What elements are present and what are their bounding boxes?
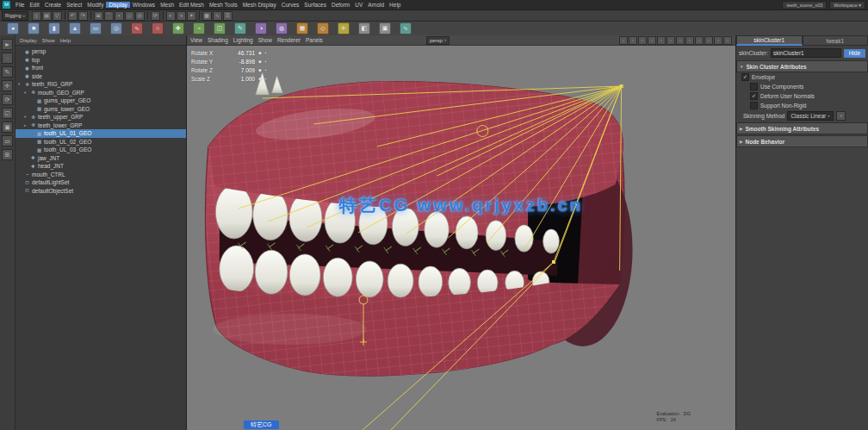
outliner-item-persp[interactable]: ◉persp [16, 47, 186, 56]
outliner-item-teeth-rig-grp[interactable]: ▾✜teeth_RIG_GRP [16, 80, 186, 89]
outliner-icon[interactable]: ☰ [223, 11, 232, 21]
menu-mesh-display[interactable]: Mesh Display [240, 2, 279, 8]
menu-surfaces[interactable]: Surfaces [301, 2, 329, 8]
undo-icon[interactable]: ↶ [68, 11, 78, 21]
bookmarks-icon[interactable]: ▫ [648, 36, 656, 45]
node-name-field[interactable]: skinCluster1 [771, 48, 841, 58]
vp-menu-renderer[interactable]: Renderer [277, 37, 301, 43]
hud-channel-value[interactable]: 46.731 [229, 50, 255, 56]
vp-menu-view[interactable]: View [190, 37, 202, 43]
menu-file[interactable]: File [13, 2, 27, 8]
menu-edit[interactable]: Edit [27, 2, 41, 8]
rig-mid-locator[interactable] [552, 260, 555, 264]
outliner-item-head-jnt[interactable]: ✚head_JNT [16, 162, 186, 171]
menu-mesh-tools[interactable]: Mesh Tools [207, 2, 240, 8]
save-scene-icon[interactable]: ▽ [53, 11, 62, 21]
mute-icon[interactable]: ▪ [265, 59, 267, 64]
expand-arrow-icon[interactable]: ▾ [24, 115, 28, 119]
support-non-rigid-checkbox[interactable] [750, 102, 758, 109]
new-scene-icon[interactable]: ▯ [32, 11, 41, 21]
last-tool-icon[interactable]: ▣ [2, 122, 13, 133]
outliner-item-tooth-ul-01-geo[interactable]: ▦tooth_UL_01_GEO [16, 129, 186, 138]
lighting-icon[interactable]: ▫ [714, 36, 722, 45]
make-live-icon[interactable]: ◎ [135, 11, 145, 21]
outliner-item-teeth-lower-grp[interactable]: ▸✜teeth_lower_GRP [16, 122, 186, 130]
outliner-item-front[interactable]: ◉front [16, 64, 186, 72]
app-icon[interactable]: M [3, 1, 10, 9]
rig-root-locator[interactable] [620, 84, 623, 88]
menu-curves[interactable]: Curves [279, 2, 302, 8]
rotate-tool-icon[interactable]: ⟳ [2, 94, 13, 105]
mute-icon[interactable]: ▪ [265, 50, 267, 55]
keyframe-icon[interactable]: ◆ [258, 67, 262, 72]
menu-help[interactable]: Help [387, 2, 403, 8]
outliner-menu-help[interactable]: Help [60, 38, 71, 43]
hide-button[interactable]: Hide [844, 49, 865, 58]
menu-deform[interactable]: Deform [329, 2, 352, 8]
expand-arrow-icon[interactable]: ▸ [24, 123, 28, 128]
workspace-selector[interactable]: Workspace ▾ [829, 1, 865, 9]
image-plane-icon[interactable]: ▫ [657, 36, 666, 45]
keyframe-icon[interactable]: ◆ [258, 59, 262, 64]
layout-four-pane-icon[interactable]: ⊞ [2, 149, 13, 160]
outliner-item-teeth-upper-grp[interactable]: ▾✜teeth_upper_GRP [16, 113, 186, 122]
outliner-menu-show[interactable]: Show [42, 38, 55, 43]
menu-modify[interactable]: Modify [84, 2, 106, 8]
section-smooth-skinning-attributes[interactable]: ▶Smooth Skinning Attributes [736, 122, 868, 134]
outliner-item-jaw-jnt[interactable]: ✚jaw_JNT [16, 154, 186, 163]
outliner-item-tooth-ul-02-geo[interactable]: ▦tooth_UL_02_GEO [16, 138, 186, 146]
section-skin-cluster-attributes[interactable]: ▼Skin Cluster Attributes [736, 60, 868, 72]
menu-create[interactable]: Create [42, 2, 65, 8]
tab-tweak1[interactable]: tweak1 [803, 35, 868, 46]
textured-icon[interactable]: ▫ [704, 36, 713, 45]
vp-menu-panels[interactable]: Panels [306, 37, 323, 43]
snap-point-icon[interactable]: • [115, 11, 124, 21]
mute-icon[interactable]: ▪ [265, 67, 267, 72]
section-node-behavior[interactable]: ▶Node Behavior [736, 135, 868, 147]
xray-icon[interactable]: ▫ [685, 36, 694, 45]
render-icon[interactable]: ◐ [166, 11, 176, 21]
vp-menu-show[interactable]: Show [258, 37, 272, 43]
outliner-item-defaultobjectset[interactable]: ∅defaultObjectSet [16, 187, 186, 196]
outliner-item-gums-upper-geo[interactable]: ▦gums_upper_GEO [16, 97, 186, 105]
camera-attributes-icon[interactable]: ▫ [638, 36, 647, 45]
outliner-item-top[interactable]: ◉top [16, 56, 186, 65]
move-tool-icon[interactable]: ✛ [2, 80, 13, 91]
scene-view[interactable] [187, 45, 735, 430]
tab-skincluster1[interactable]: skinCluster1 [736, 35, 803, 46]
paint-select-tool-icon[interactable]: ✎ [2, 66, 13, 78]
vp-menu-shading[interactable]: Shading [208, 37, 228, 43]
menu-mesh[interactable]: Mesh [158, 2, 177, 8]
outliner-menu-display[interactable]: Display [20, 38, 37, 43]
select-tool-icon[interactable]: ► [2, 39, 13, 50]
wireframe-shaded-icon[interactable]: ▫ [695, 36, 704, 45]
deform-user-normals-checkbox[interactable]: ✓ [750, 92, 758, 100]
snap-grid-icon[interactable]: ⊞ [94, 11, 103, 21]
mute-icon[interactable]: ▪ [265, 76, 267, 81]
use-components-checkbox[interactable] [750, 83, 758, 90]
keyframe-icon[interactable]: ◆ [258, 50, 262, 55]
hud-channel-value[interactable]: -8.898 [229, 59, 255, 65]
skinning-method-select[interactable]: Classic Linear▾ [787, 111, 834, 121]
outliner-item-mouth-ctrl[interactable]: ~mouth_CTRL [16, 171, 186, 179]
menu-select[interactable]: Select [64, 2, 84, 8]
envelope-checkbox[interactable]: ✓ [741, 73, 749, 81]
oversampling-icon[interactable]: ▫ [676, 36, 685, 45]
hud-channel-value[interactable]: 1.000 [229, 76, 255, 82]
snap-curve-icon[interactable]: ⌒ [104, 11, 114, 21]
hypershade-icon[interactable]: ▩ [202, 11, 212, 21]
ipr-render-icon[interactable]: ◑ [177, 11, 186, 21]
menu-edit-mesh[interactable]: Edit Mesh [177, 2, 207, 8]
2d-pan-zoom-icon[interactable]: ▫ [666, 36, 675, 45]
graph-editor-icon[interactable]: ∿ [213, 11, 222, 21]
vp-menu-lighting[interactable]: Lighting [233, 37, 253, 43]
outliner-item-tooth-ul-03-geo[interactable]: ▦tooth_UL_03_GEO [16, 146, 186, 154]
outliner-item-side[interactable]: ◉side [16, 72, 186, 81]
outliner-item-gums-lower-geo[interactable]: ▦gums_lower_GEO [16, 105, 186, 114]
expand-arrow-icon[interactable]: ▾ [18, 82, 22, 86]
render-settings-icon[interactable]: ✦ [187, 11, 196, 21]
outliner-item-defaultlightset[interactable]: ∅defaultLightSet [16, 178, 186, 187]
camera-selector[interactable]: persp ▾ [426, 36, 450, 45]
snap-plane-icon[interactable]: ◇ [125, 11, 134, 21]
lasso-tool-icon[interactable]: ◌ [2, 53, 13, 64]
